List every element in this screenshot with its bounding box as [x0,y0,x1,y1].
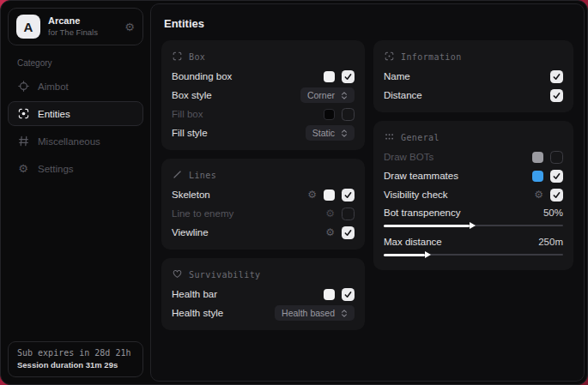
box-style-dropdown[interactable]: Corner [300,87,355,103]
slider-track[interactable] [384,254,563,256]
slider-track[interactable] [384,225,563,226]
sidebar-item-miscellaneous[interactable]: Miscellaneous [8,129,143,153]
fill-style-dropdown[interactable]: Static [306,125,355,141]
dropdown-value: Corner [307,90,335,100]
fill-box-checkbox[interactable] [342,108,355,121]
grid-dots-icon [385,132,394,143]
box-card-title: Box [189,52,205,62]
line-to-enemy-row: Line to enemy ⚙ [172,204,355,223]
session-duration-text: Session duration 31m 29s [17,360,134,370]
distance-row: Distance [384,86,563,105]
draw-teammates-checkbox[interactable] [550,170,563,183]
heart-pulse-icon [173,269,182,280]
slider-fill [384,225,470,227]
sidebar-item-entities[interactable]: Entities [8,101,143,126]
app-subtitle: for The Finals [48,27,98,38]
health-style-dropdown[interactable]: Health based [275,305,355,321]
row-label: Skeleton [172,189,210,200]
row-label: Box style [172,90,212,100]
main-panel: Entities Box Bounding box [150,3,585,382]
fill-box-row: Fill box [172,105,355,123]
name-row: Name [384,67,563,86]
bounding-box-color-swatch[interactable] [324,71,335,82]
row-label: Max distance [384,237,442,247]
bot-transpenency-row: Bot transpenency 50% [384,204,563,221]
page-title: Entities [164,17,573,30]
slider-fill [384,254,425,256]
profile-gear-icon[interactable]: ⚙ [124,21,135,33]
box-style-row: Box style Corner [172,86,355,105]
profile-card: A Arcane for The Finals ⚙ [8,8,143,45]
skeleton-gear-icon[interactable]: ⚙ [307,189,317,200]
diagonal-line-icon [173,170,182,181]
category-label: Category [17,58,143,68]
dropdown-value: Static [312,128,335,138]
health-bar-color-swatch[interactable] [324,289,335,300]
slider-thumb[interactable] [470,222,476,229]
bounding-box-checkbox[interactable] [342,70,355,83]
sidebar-item-aimbot[interactable]: Aimbot [8,74,143,99]
viewline-row: Viewline ⚙ [172,223,355,242]
app-logo: A [16,15,40,39]
distance-checkbox[interactable] [550,89,563,102]
max-distance-slider[interactable] [384,250,563,262]
skeleton-checkbox[interactable] [342,189,355,202]
skeleton-color-swatch[interactable] [324,189,335,201]
sub-expiry-text: Sub expires in 28d 21h [17,348,134,358]
information-card-title: Information [401,52,462,62]
gear-icon: ⚙ [17,163,29,174]
row-label: Health style [172,308,223,318]
line-to-enemy-checkbox[interactable] [342,208,355,220]
sidebar-item-label: Miscellaneous [38,136,100,147]
slider-thumb[interactable] [425,251,431,258]
visibility-check-checkbox[interactable] [550,189,563,202]
fill-box-color-swatch[interactable] [324,109,335,120]
visibility-check-gear-icon[interactable]: ⚙ [534,189,543,200]
hash-icon [17,135,29,147]
bot-transpenency-slider[interactable] [384,221,563,233]
sidebar-item-label: Entities [38,109,70,119]
sidebar-nav: Aimbot Entities Miscellaneous [8,74,143,181]
viewline-gear-icon[interactable]: ⚙ [325,227,335,238]
lines-card: Lines Skeleton ⚙ Line to ene [161,159,365,250]
scan-eye-icon [17,108,29,119]
max-distance-group: Max distance 250m [384,233,563,262]
information-card-header: Information [384,46,563,67]
subscription-card: Sub expires in 28d 21h Session duration … [8,341,143,377]
lines-card-header: Lines [172,165,355,185]
visibility-check-row: Visibility check ⚙ [384,185,563,204]
name-checkbox[interactable] [550,70,563,83]
chevrons-up-down-icon [341,91,348,100]
draw-teammates-color-swatch[interactable] [532,171,543,182]
app-window: A Arcane for The Finals ⚙ Category Aimbo… [0,0,588,385]
viewline-checkbox[interactable] [342,226,355,239]
general-card-header: General [384,127,563,147]
fill-style-row: Fill style Static [172,123,355,142]
app-name: Arcane [48,15,98,27]
sidebar-item-settings[interactable]: ⚙ Settings [8,156,143,181]
health-bar-row: Health bar [172,285,355,304]
right-column: Information Name Distance [373,40,573,330]
row-label: Fill box [172,109,203,119]
health-style-row: Health style Health based [172,304,355,322]
draw-bots-row: Draw BOTs [384,147,563,166]
sidebar: A Arcane for The Finals ⚙ Category Aimbo… [1,1,150,384]
card-columns: Box Bounding box Box style [161,40,573,330]
sidebar-item-label: Aimbot [38,81,69,92]
chevrons-up-down-icon [341,129,348,138]
bounding-box-row: Bounding box [172,67,355,86]
skeleton-row: Skeleton ⚙ [172,185,355,204]
max-distance-value: 250m [538,237,563,247]
row-label: Line to enemy [172,208,233,219]
draw-bots-checkbox[interactable] [550,151,563,164]
row-label: Bounding box [172,71,232,81]
row-label: Draw BOTs [384,152,433,162]
survivability-card-header: Survivability [172,264,355,285]
draw-bots-color-swatch[interactable] [532,152,543,163]
left-column: Box Bounding box Box style [161,40,365,330]
line-to-enemy-gear-icon[interactable]: ⚙ [325,208,335,219]
draw-teammates-row: Draw teammates [384,166,563,185]
health-bar-checkbox[interactable] [342,288,355,301]
row-label: Visibility check [384,189,448,200]
information-card: Information Name Distance [373,40,573,112]
